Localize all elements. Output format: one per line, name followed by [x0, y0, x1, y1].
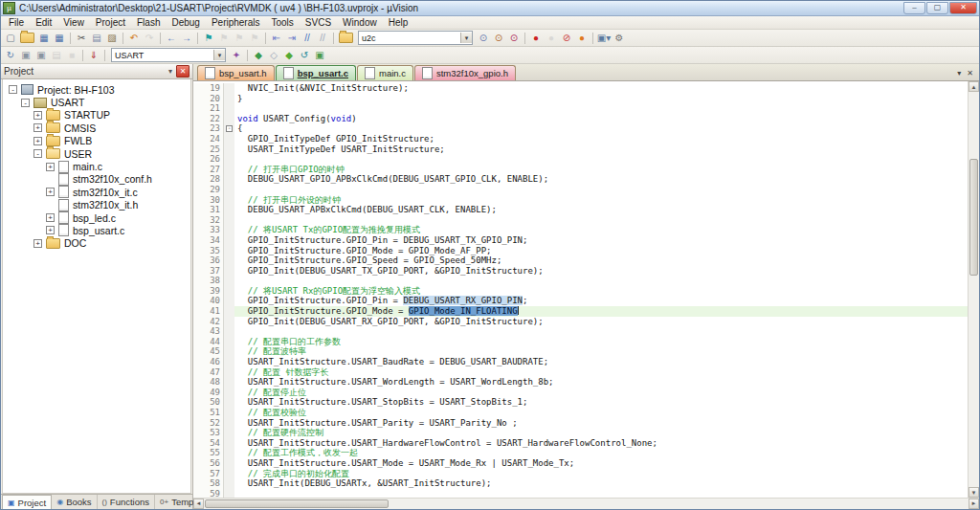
line-number[interactable]: 29 — [193, 185, 224, 195]
code-text[interactable]: USART_InitStructure.USART_WordLength = U… — [234, 377, 968, 388]
breakpoint-disable-icon[interactable]: ● — [544, 32, 559, 45]
code-line-35[interactable]: 35 GPIO_InitStructure.GPIO_Mode = GPIO_M… — [193, 246, 968, 256]
code-line-56[interactable]: 56 USART_InitStructure.USART_Mode = USAR… — [193, 458, 968, 469]
code-line-47[interactable]: 47 // 配置 针数据字长 — [193, 367, 968, 378]
code-text[interactable] — [234, 489, 968, 498]
tree-expander-icon[interactable]: + — [33, 239, 42, 248]
copy-icon[interactable]: ▤ — [89, 32, 104, 45]
line-number[interactable]: 25 — [193, 144, 224, 155]
code-text[interactable]: // 将USART Rx的GPIO配置为浮空输入模式 — [234, 286, 968, 297]
code-text[interactable]: void USART_Config(void) — [234, 114, 968, 124]
fold-margin[interactable] — [224, 103, 234, 114]
fold-margin[interactable] — [224, 266, 234, 277]
fold-margin[interactable] — [224, 225, 234, 235]
tree-item-stm32f10x-it-c[interactable]: +stm32f10x_it.c — [3, 186, 190, 198]
code-text[interactable]: USART_InitStructure.USART_StopBits = USA… — [234, 397, 968, 408]
code-line-29[interactable]: 29 — [193, 185, 968, 195]
chevron-down-icon[interactable]: ▾ — [460, 33, 472, 43]
line-number[interactable]: 43 — [193, 326, 224, 337]
tree-item-stm32f10x-it-h[interactable]: stm32f10x_it.h — [3, 199, 190, 211]
code-line-23[interactable]: 23-{ — [193, 123, 968, 134]
editor-horizontal-scrollbar[interactable]: ◄ ► — [193, 498, 979, 509]
line-number[interactable]: 19 — [193, 83, 224, 94]
menu-tools[interactable]: Tools — [266, 17, 300, 28]
code-text[interactable]: GPIO_Init(DEBUG_USART_TX_GPIO_PORT, &GPI… — [234, 266, 968, 277]
navigate-back-icon[interactable]: ← — [164, 32, 179, 45]
menu-edit[interactable]: Edit — [30, 17, 57, 28]
line-number[interactable]: 54 — [193, 438, 224, 449]
fold-margin[interactable] — [224, 428, 234, 438]
fold-margin[interactable] — [224, 195, 234, 206]
menu-window[interactable]: Window — [337, 17, 383, 28]
fold-margin[interactable] — [224, 165, 234, 175]
code-line-25[interactable]: 25 USART_InitTypeDef USART_InitStructure… — [193, 144, 968, 155]
search-combo[interactable]: u2c▾ — [358, 31, 473, 45]
editor-tab-main-c[interactable]: main.c — [357, 65, 413, 80]
tree-item-doc[interactable]: +DOC — [3, 237, 190, 250]
code-text[interactable]: // 完成串口的初始化配置 — [234, 469, 968, 479]
rebuild-icon[interactable]: ▣ — [33, 49, 49, 62]
find-dialog-icon[interactable]: ⊙ — [506, 32, 522, 45]
tree-expander-icon[interactable]: + — [33, 111, 42, 120]
fold-margin[interactable] — [224, 276, 234, 286]
tree-item-cmsis[interactable]: +CMSIS — [3, 122, 190, 134]
tree-item-fwlb[interactable]: +FWLB — [3, 135, 190, 147]
code-text[interactable]: GPIO_Init(DEBUG_USART_RX_GPIO_PORT, &GPI… — [234, 317, 968, 327]
panel-tab-functions[interactable]: ()Functions — [98, 495, 156, 509]
code-text[interactable] — [234, 215, 968, 226]
menu-help[interactable]: Help — [383, 17, 414, 28]
fold-margin[interactable] — [224, 326, 234, 337]
code-text[interactable]: GPIO_InitStructure.GPIO_Pin = DEBUG_USAR… — [234, 296, 968, 306]
fold-margin[interactable] — [224, 337, 234, 347]
code-line-48[interactable]: 48 USART_InitStructure.USART_WordLength … — [193, 377, 968, 388]
line-number[interactable]: 23 — [193, 123, 224, 134]
horizontal-scroll-thumb[interactable] — [205, 499, 389, 508]
fold-margin[interactable] — [224, 377, 234, 388]
line-number[interactable]: 33 — [193, 225, 224, 235]
code-text[interactable] — [234, 154, 968, 165]
tab-close-icon[interactable]: ✕ — [967, 69, 973, 78]
code-line-46[interactable]: 46 USART_InitStructure.USART_BaudRate = … — [193, 357, 968, 367]
new-file-icon[interactable]: ▢ — [3, 32, 18, 45]
fold-margin[interactable] — [224, 346, 234, 357]
code-text[interactable] — [234, 185, 968, 195]
fold-margin[interactable] — [224, 114, 234, 124]
code-text[interactable]: // 配置校验位 — [234, 408, 968, 418]
code-text[interactable] — [234, 326, 968, 337]
line-number[interactable]: 40 — [193, 296, 224, 306]
line-number[interactable]: 38 — [193, 276, 224, 286]
tree-expander-icon[interactable]: - — [9, 85, 17, 94]
code-text[interactable] — [234, 103, 968, 114]
line-number[interactable]: 39 — [193, 286, 224, 297]
line-number[interactable]: 22 — [193, 114, 224, 124]
close-button[interactable]: ✕ — [949, 2, 977, 14]
line-number[interactable]: 31 — [193, 205, 224, 215]
code-text[interactable]: USART_Init(DEBUG_USARTx, &USART_InitStru… — [234, 478, 968, 489]
fold-margin[interactable] — [224, 489, 234, 498]
code-line-58[interactable]: 58 USART_Init(DEBUG_USARTx, &USART_InitS… — [193, 478, 968, 489]
line-number[interactable]: 57 — [193, 469, 224, 479]
code-line-51[interactable]: 51 // 配置校验位 — [193, 408, 968, 418]
manage-rte-icon[interactable]: ◆ — [251, 49, 266, 62]
code-line-50[interactable]: 50 USART_InitStructure.USART_StopBits = … — [193, 397, 968, 408]
menu-file[interactable]: File — [3, 17, 30, 28]
code-text[interactable]: USART_InitStructure.USART_Parity = USART… — [234, 418, 968, 429]
code-line-43[interactable]: 43 — [193, 326, 968, 337]
line-number[interactable]: 48 — [193, 377, 224, 388]
fold-margin[interactable] — [224, 397, 234, 408]
editor-tab-stm32f10x-gpio-h[interactable]: stm32f10x_gpio.h — [414, 65, 516, 80]
code-text[interactable]: } — [234, 94, 968, 104]
line-number[interactable]: 46 — [193, 357, 224, 367]
find-icon[interactable]: ⊙ — [476, 32, 491, 45]
stop-build-icon[interactable]: ■ — [64, 49, 79, 62]
tree-item-bsp-led-c[interactable]: +bsp_led.c — [3, 211, 190, 224]
code-line-26[interactable]: 26 — [193, 154, 968, 165]
panel-tab-books[interactable]: ◉Books — [52, 495, 97, 509]
breakpoint-killall-icon[interactable]: ⊘ — [559, 32, 574, 45]
code-text[interactable]: // 配置串口的工作参数 — [234, 337, 968, 347]
target-combo[interactable]: USART▾ — [111, 48, 226, 62]
fold-margin[interactable] — [224, 357, 234, 367]
tree-item-project-bh-f103[interactable]: -Project: BH-F103 — [3, 83, 190, 96]
bookmark-toggle-icon[interactable]: ⚑ — [201, 32, 216, 45]
fold-margin[interactable] — [224, 83, 234, 94]
